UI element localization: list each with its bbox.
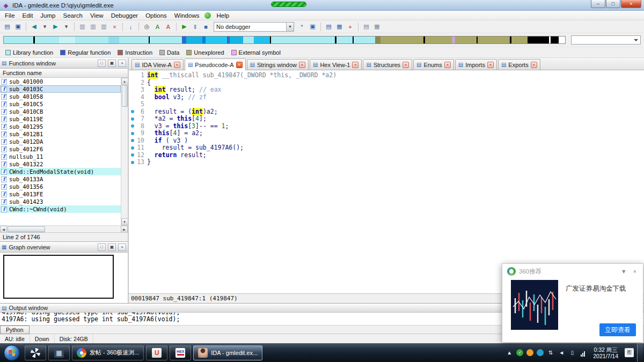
tab-close-icon[interactable]: × — [444, 62, 451, 68]
pseudocode-line[interactable]: 4 bool v3; // zf — [129, 94, 644, 101]
function-list-item[interactable]: fsub_4010CB — [0, 108, 121, 115]
menu-jump[interactable]: Jump — [36, 12, 59, 19]
scroll-left-icon[interactable]: ◀ — [0, 226, 7, 233]
navband-segment[interactable] — [182, 36, 186, 43]
tab-structures[interactable]: ▤Structures× — [363, 59, 412, 70]
jump-address-icon[interactable]: ↓ — [126, 21, 136, 32]
menu-search[interactable]: Search — [59, 12, 86, 19]
delete-icon[interactable]: × — [109, 21, 120, 32]
scrollbar-thumb[interactable] — [122, 85, 128, 107]
pseudocode-line[interactable]: 13} — [129, 159, 644, 166]
tab-close-icon[interactable]: × — [299, 62, 305, 68]
add-breakpoint-icon[interactable]: + — [345, 21, 355, 32]
maximize-button[interactable]: □ — [606, 0, 620, 8]
ime-indicator[interactable]: 图 — [625, 348, 634, 357]
scrollbar-thumb[interactable] — [8, 226, 45, 232]
menu-options[interactable]: Options — [142, 12, 171, 19]
debug-run-icon[interactable]: ▶ — [179, 21, 189, 32]
scroll-down-icon[interactable]: ▼ — [121, 218, 128, 225]
navband-segment[interactable] — [254, 36, 270, 43]
function-list-item[interactable]: fsub_4010C5 — [0, 100, 121, 108]
navband-segment[interactable] — [4, 36, 33, 43]
navigation-band[interactable] — [3, 36, 566, 44]
show-desktop-button[interactable] — [637, 343, 643, 362]
function-list-item[interactable]: fnullsub_11 — [0, 153, 121, 160]
debug-stop-icon[interactable]: ■ — [201, 21, 211, 32]
pseudocode-line[interactable]: 8 v3 = this[3]-- == 1; — [129, 123, 644, 130]
pseudocode-line[interactable]: 5 — [129, 101, 644, 108]
tab-enums[interactable]: ▤Enums× — [413, 59, 454, 70]
tab-close-icon[interactable]: × — [402, 62, 409, 68]
navband-segment[interactable] — [511, 36, 528, 43]
pseudocode-line[interactable]: 7 *a2 = this[4]; — [129, 115, 644, 123]
pinned-pinwheel-app[interactable] — [25, 345, 46, 360]
back-icon[interactable]: ◀ — [29, 21, 39, 32]
graph-overview-area[interactable] — [0, 253, 128, 303]
menu-debugger[interactable]: Debugger — [107, 12, 142, 19]
navband-segment[interactable] — [108, 36, 119, 43]
function-name-column-header[interactable]: Function name — [0, 69, 128, 78]
function-list-item[interactable]: fsub_4012B1 — [0, 130, 121, 138]
navband-zoom-select[interactable] — [571, 35, 641, 45]
attach-process-icon[interactable]: * — [297, 21, 307, 32]
function-list-item[interactable]: fsub_40103C — [0, 85, 121, 93]
function-list-item[interactable]: fsub_401423 — [0, 198, 121, 205]
navband-segment[interactable] — [336, 36, 353, 43]
tab-close-icon[interactable]: × — [531, 62, 537, 68]
tab-strings-window[interactable]: ▤Strings window× — [247, 59, 309, 70]
tab-exports[interactable]: ▤Exports× — [498, 59, 540, 70]
tab-close-icon[interactable]: × — [236, 62, 243, 68]
function-list-item[interactable]: fCWnd::EndModalState(void) — [0, 168, 121, 175]
popup-cta-button[interactable]: 立即查看 — [599, 323, 636, 336]
stock-chart-image[interactable] — [511, 280, 558, 330]
pseudocode-line[interactable]: 2{ — [129, 79, 644, 87]
search-icon[interactable]: ◎ — [142, 21, 152, 32]
task-360-browser[interactable]: 发帖 - 360极速浏... — [72, 345, 144, 360]
function-list-item[interactable]: fsub_4012DA — [0, 138, 121, 145]
navband-segment[interactable] — [354, 36, 375, 43]
scroll-right-icon[interactable]: ▶ — [121, 226, 128, 233]
text-search-icon[interactable]: A — [152, 21, 163, 32]
task-ida[interactable]: IDA - gmledit.ex... — [193, 345, 262, 360]
mobile-device-icon[interactable]: ▯ — [568, 349, 576, 357]
usb-device-icon[interactable]: ⇅ — [547, 349, 554, 357]
pseudocode-line[interactable]: 6 result = (int)a2; — [129, 108, 644, 116]
pseudocode-view[interactable]: 1int __thiscall sub_419847(_DWORD *this,… — [129, 70, 644, 293]
panel-close-icon[interactable]: × — [118, 243, 126, 251]
horizontal-scrollbar[interactable]: ◀ ▶ — [0, 225, 128, 232]
menu-edit[interactable]: Edit — [19, 12, 37, 19]
forward-icon[interactable]: ▶ — [50, 21, 61, 32]
debug-pause-icon[interactable]: ‖ — [190, 21, 200, 32]
function-list-item[interactable]: fsub_4012F6 — [0, 145, 121, 153]
navband-segment[interactable] — [59, 36, 75, 43]
binary-search-icon[interactable]: A — [163, 21, 173, 32]
function-list-item[interactable]: fsub_401356 — [0, 183, 121, 190]
pseudocode-line[interactable]: 9 this[4] = a2; — [129, 130, 644, 137]
function-list-item[interactable]: fsub_4013FE — [0, 190, 121, 198]
pseudocode-line[interactable]: 11 result = sub_4197A6(); — [129, 144, 644, 152]
segments-icon[interactable]: ▤ — [324, 21, 334, 32]
task-ultraedit[interactable]: U — [146, 345, 167, 360]
graph-overview-header[interactable]: ▦ Graph overview □ ▣ × — [0, 242, 128, 253]
tab-close-icon[interactable]: × — [174, 62, 180, 68]
menu-help[interactable]: Help — [213, 12, 233, 19]
start-button[interactable] — [4, 345, 20, 361]
popup-close-icon[interactable]: × — [632, 268, 638, 275]
navband-segment[interactable] — [478, 36, 510, 43]
copy-data-icon[interactable]: ▥ — [77, 21, 87, 32]
cloud-service-icon[interactable] — [537, 349, 544, 356]
functions-window-header[interactable]: ▤ Functions window □ ▣ × — [0, 58, 128, 69]
menu-file[interactable]: File — [1, 12, 19, 19]
tab-imports[interactable]: ▤Imports× — [455, 59, 497, 70]
volume-icon[interactable]: ◄ — [558, 349, 565, 357]
panel-float-icon[interactable]: ▣ — [108, 243, 116, 251]
script-file-icon[interactable]: ▤ — [361, 21, 371, 32]
breakpoint-list-icon[interactable]: ▦ — [334, 21, 345, 32]
tab-hex-view-1[interactable]: ▤Hex View-1× — [310, 59, 362, 70]
navband-segment[interactable] — [186, 36, 202, 43]
navband-segment[interactable] — [230, 36, 243, 43]
function-list-item[interactable]: fsub_40133A — [0, 175, 121, 183]
menu-windows[interactable]: Windows — [171, 12, 203, 19]
taskbar-clock[interactable]: 0:32 周三 2021/7/14 — [590, 346, 621, 359]
panel-restore-icon[interactable]: □ — [98, 60, 106, 67]
